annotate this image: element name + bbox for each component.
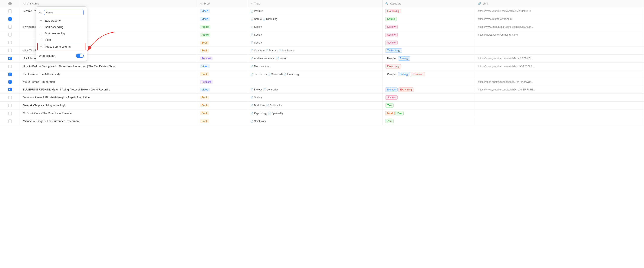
type-header-icon: ⊕ [200, 2, 202, 5]
table-row: ality: The Science ofBook📄Quantum📄Physic… [0, 47, 644, 54]
table-row: How to Build a Strong Neck | Dr. Andrew … [0, 62, 644, 70]
header-link[interactable]: 🔗 Link [475, 0, 644, 7]
row-checkbox[interactable] [8, 9, 12, 13]
tag-item: 📄Neck workout [250, 65, 270, 68]
row-type: Podcast [197, 78, 248, 86]
column-name-input[interactable] [44, 10, 84, 15]
tag-label: Spirituality [272, 112, 283, 115]
row-checkbox[interactable] [8, 104, 12, 107]
row-tags [248, 78, 382, 86]
row-checkbox[interactable] [8, 112, 12, 115]
category-badge: Nature [385, 17, 397, 21]
freeze-column-item[interactable]: ⊣ Freeze up to column [37, 43, 86, 50]
row-category: PeopleBiology [383, 54, 475, 62]
category-badge: Society [385, 33, 398, 37]
row-link: https://www.youtube.com/watch?v=ul-D4JTc… [475, 62, 644, 70]
table-body: Terrible PostureVideo📄PostureExercisingh… [0, 7, 644, 125]
dropdown-header: Aa [36, 8, 87, 17]
header-name[interactable]: Aa Aa Name [20, 0, 197, 7]
row-category: Zen [383, 101, 475, 109]
sort-asc-icon: ↑ [39, 25, 43, 29]
row-link: https://www.youtube.com/watch?v=aXdEPiFl… [475, 86, 644, 93]
row-tags: 📄Tim Ferriss📄Slow-carb📄Exercising [248, 70, 382, 78]
category-header-icon: 🔍 [385, 2, 388, 5]
type-badge: Video [200, 9, 210, 13]
category-badge: Exercising [385, 64, 401, 68]
row-checkbox[interactable] [8, 80, 12, 84]
tag-icon: 📄 [250, 65, 254, 68]
table-row: Video📄Nature📄RewildingNaturehttps://www.… [0, 15, 644, 23]
table-row: ility & Intake for HealthPodcast📄Andrew … [0, 54, 644, 62]
category-badge: Society [385, 25, 398, 29]
row-checkbox[interactable] [8, 73, 12, 76]
tag-icon: 📄 [284, 73, 286, 76]
row-type: Article [197, 31, 248, 39]
tag-label: Society [254, 25, 262, 28]
type-badge: Book [200, 49, 209, 53]
type-badge: Book [200, 103, 209, 107]
category-badge: Zen [385, 103, 394, 107]
sort-ascending-item[interactable]: ↑ Sort ascending [36, 24, 87, 30]
tag-label: Water [280, 57, 287, 60]
row-checkbox[interactable] [8, 65, 12, 68]
header-tags[interactable]: ↗ Tags [248, 0, 382, 7]
tag-icon: 📄 [250, 57, 254, 60]
header-category[interactable]: 🔍 Category [383, 0, 475, 7]
wrap-column-toggle[interactable] [76, 54, 84, 58]
data-table: Aa Aa Name ⊕ Type ↗ Tags 🔍 Category 🔗 [0, 0, 644, 125]
row-checkbox[interactable] [8, 49, 12, 52]
row-name: Micahel A. Singer - The Surrender Experi… [20, 117, 197, 125]
type-badge: Book [200, 72, 209, 76]
row-checkbox[interactable] [8, 25, 12, 29]
row-type: Book [197, 101, 248, 109]
row-type: Book [197, 117, 248, 125]
row-checkbox[interactable] [8, 17, 12, 21]
tag-item: 📄Society [250, 33, 262, 36]
row-category: Society [383, 31, 475, 39]
row-type: Book [197, 109, 248, 117]
category-badge: Biology [385, 87, 398, 92]
row-name: #660: Ferriss x Huberman [20, 78, 197, 86]
row-checkbox[interactable] [8, 88, 12, 91]
tag-item: 📄Longevity [263, 88, 278, 91]
table-row: Terrible PostureVideo📄PostureExercisingh… [0, 7, 644, 15]
row-checkbox[interactable] [8, 33, 12, 37]
tag-item: 📄Rewilding [262, 18, 277, 21]
row-category: Exercising [383, 7, 475, 15]
edit-property-item[interactable]: ≡ Edit property [36, 17, 87, 24]
row-checkbox[interactable] [8, 57, 12, 60]
row-checkbox[interactable] [8, 41, 12, 44]
tag-icon: 📄 [268, 73, 271, 76]
tag-icon: 📄 [250, 120, 254, 123]
row-type: Video [197, 7, 248, 15]
sort-descending-item[interactable]: ↓ Sort descending [36, 30, 87, 37]
row-checkbox[interactable] [8, 96, 12, 99]
freeze-icon: ⊣ [40, 45, 43, 48]
tag-label: Spirituality [270, 104, 282, 107]
table-row: #660: Ferriss x HubermanPodcasthttps://o… [0, 78, 644, 86]
link-header-icon: 🔗 [478, 2, 481, 5]
category-badge: Mind [385, 111, 394, 115]
check-all-icon[interactable] [8, 2, 12, 5]
tag-icon: 📄 [265, 49, 268, 52]
tag-icon: 📄 [250, 10, 254, 13]
tag-icon: 📄 [250, 49, 254, 52]
filter-icon: ≡ [39, 38, 43, 41]
table-row: Deepak Chopra - Living in the LightBook📄… [0, 101, 644, 109]
tag-icon: 📄 [250, 112, 254, 115]
tag-item: 📄Quantum [250, 49, 264, 52]
row-link: https://www.theguardian.com/lifeandstyle… [475, 23, 644, 31]
tag-item: 📄Spirituality [266, 104, 282, 107]
filter-item[interactable]: ≡ Filter [36, 37, 87, 43]
row-link: https://www.youtube.com/watch?v=at37Y8rK… [475, 54, 644, 62]
header-type-label: Type [204, 2, 210, 5]
row-link [475, 109, 644, 117]
tag-icon: 📄 [250, 26, 254, 28]
tag-item: 📄Biology [250, 88, 262, 91]
row-checkbox[interactable] [8, 119, 12, 123]
row-tags: 📄Biology📄Longevity [248, 86, 382, 93]
header-type[interactable]: ⊕ Type [197, 0, 248, 7]
table-row: Article📄SocietySocietyhttps://thewalrus.… [0, 31, 644, 39]
tag-item: 📄Society [250, 25, 262, 28]
row-name: BLUEPRINT UPDATE: My Anti-Aging Protocol… [20, 86, 197, 93]
